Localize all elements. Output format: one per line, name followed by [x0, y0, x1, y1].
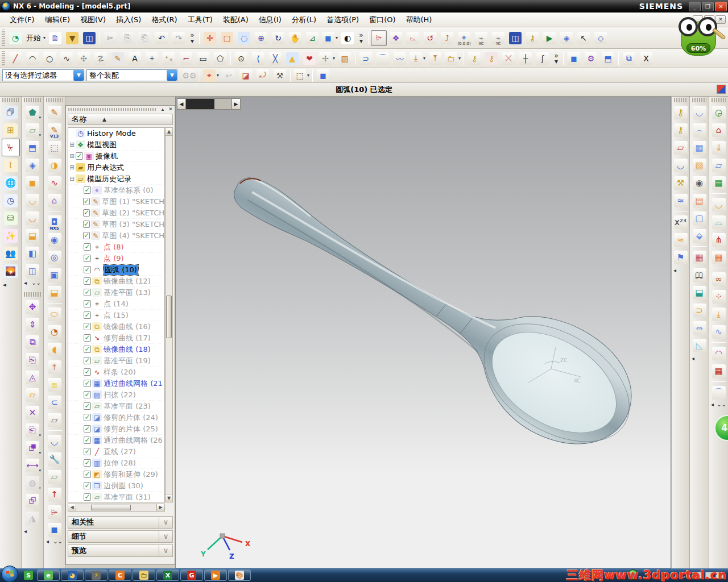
feature-label[interactable]: 基准平面 (23): [104, 401, 151, 411]
tree-row-14[interactable]: ✓▱基准平面 (13): [68, 287, 164, 298]
tree-row-26[interactable]: ✓◪修剪的片体 (25): [68, 423, 164, 435]
spoon-body[interactable]: [208, 137, 655, 471]
tree-row-32[interactable]: ✓▱基准平面 (31): [68, 492, 164, 502]
polygon-icon[interactable]: ⬠: [212, 51, 228, 66]
scope-dropdown-icon[interactable]: ▼: [167, 70, 177, 81]
join-curve-icon[interactable]: 〰: [392, 51, 408, 66]
feature-checkbox[interactable]: ✓: [84, 448, 91, 455]
rcolC-collapse-icon[interactable]: ◂: [711, 401, 714, 409]
cube-blue-icon[interactable]: ◼: [46, 521, 64, 538]
point-set-icon[interactable]: ✣: [76, 51, 92, 66]
unite-icon[interactable]: ◧: [23, 244, 42, 262]
line-icon[interactable]: ╱: [7, 51, 23, 66]
menu-item-10[interactable]: 窗口(O): [364, 13, 400, 27]
emboss-icon[interactable]: ⬭: [46, 305, 64, 323]
snake-surface-icon[interactable]: ∿: [710, 323, 728, 340]
edit-curve-params-icon[interactable]: ⚷: [466, 51, 482, 66]
feature-label[interactable]: 模型历史记录: [87, 174, 131, 184]
chamfer-line-icon[interactable]: ⌐: [178, 51, 194, 66]
expand-toggle-icon[interactable]: ⊞: [68, 142, 76, 148]
feature-label[interactable]: 模型视图: [87, 140, 117, 150]
ellipse-icon[interactable]: ⊙: [233, 51, 249, 66]
cursor-select-icon[interactable]: ↖: [576, 30, 592, 46]
sync-collapse-icon[interactable]: ◂: [24, 528, 27, 534]
feature-label[interactable]: 样条 (20): [104, 367, 136, 377]
pocket-cube-icon[interactable]: ▣: [46, 266, 64, 284]
sketch-v13-icon[interactable]: ✎V13: [46, 121, 64, 139]
left3-overflow-icon[interactable]: ⌄⌄: [53, 538, 63, 546]
through-curve-mesh-icon[interactable]: ◫: [23, 262, 42, 280]
nx5-cube-icon[interactable]: ◘NX5: [46, 213, 64, 231]
tree-row-27[interactable]: ✓▦通过曲线网格 (26: [68, 435, 164, 446]
feature-checkbox[interactable]: ✓: [84, 323, 91, 330]
system-materials-icon[interactable]: ⛁: [2, 209, 20, 227]
feature-checkbox[interactable]: ✓: [84, 425, 91, 433]
match-edge-icon[interactable]: ▱: [672, 139, 690, 156]
tree-row-1[interactable]: ⊞❖模型视图: [68, 139, 164, 151]
feature-label[interactable]: 摄像机: [96, 151, 118, 161]
bend-sheet-icon[interactable]: ⊂: [46, 393, 64, 411]
rcolB-collapse-icon[interactable]: ◂: [692, 355, 694, 361]
sketch-task-icon[interactable]: ⬟▾: [23, 103, 42, 121]
menu-item-0[interactable]: 文件(F): [5, 13, 40, 27]
pad-cube-icon[interactable]: ⬓: [46, 284, 64, 301]
drop-surface-icon[interactable]: ⇓: [710, 139, 728, 156]
law-curve-icon[interactable]: ❤: [301, 51, 317, 66]
hole-cube-icon[interactable]: ◉: [46, 231, 64, 248]
tree-row-2[interactable]: ⊞✓▣摄像机: [68, 151, 164, 162]
tree-row-25[interactable]: ✓◪修剪的片体 (24): [68, 412, 164, 423]
feature-label[interactable]: 直线 (27): [104, 447, 136, 457]
feature-checkbox[interactable]: ✓: [83, 209, 90, 217]
key-tool-icon[interactable]: ⚷: [524, 30, 540, 46]
ribbon-orange-icon[interactable]: ≈: [672, 231, 690, 248]
marquee-select-icon[interactable]: ⬚▾: [293, 68, 310, 84]
feature-checkbox[interactable]: ✓: [84, 266, 91, 273]
timer-surface-icon[interactable]: ◶: [710, 103, 728, 121]
taskbar-paint-button[interactable]: 🎨: [228, 569, 251, 581]
datum-plane-icon[interactable]: ▱▾: [23, 121, 42, 139]
feature-checkbox[interactable]: ✓: [84, 436, 91, 444]
through-curve-mesh2-icon[interactable]: ▦: [690, 139, 709, 156]
points-icon[interactable]: ⁺₊: [161, 51, 177, 66]
tree-row-29[interactable]: ✓▥拉伸 (28): [68, 458, 164, 469]
menu-item-11[interactable]: 帮助(H): [401, 13, 437, 27]
left3-collapse-icon[interactable]: ◂: [46, 538, 49, 546]
delete-face-icon[interactable]: ✕: [23, 404, 42, 421]
boss-cube-icon[interactable]: ◎: [46, 248, 64, 266]
menu-item-2[interactable]: 视图(V): [75, 13, 111, 27]
ribbon-flow-icon[interactable]: ≈: [672, 192, 690, 209]
orient-view-icon[interactable]: ⊿: [304, 30, 320, 46]
panel-expand-icon[interactable]: ∨: [159, 545, 172, 556]
cut-face-icon[interactable]: ⮻▾: [23, 439, 42, 456]
pull-face-icon[interactable]: ⇕: [23, 315, 42, 333]
feature-checkbox[interactable]: ✓: [84, 346, 91, 353]
feature-checkbox[interactable]: ✓: [84, 255, 91, 262]
overflow-curve[interactable]: »▾: [552, 51, 561, 66]
feature-label[interactable]: 点 (14): [104, 299, 129, 309]
tree-vertical-scrollbar[interactable]: ▲ ▼: [165, 127, 173, 502]
four-point-surface-icon[interactable]: ▱: [710, 156, 728, 174]
feature-label[interactable]: 镜像曲线 (12): [104, 276, 151, 286]
zoom-in-out-icon[interactable]: ⊕: [253, 30, 269, 46]
tree-row-16[interactable]: ✓＋点 (15): [68, 310, 164, 321]
undo-icon[interactable]: ↶: [154, 30, 169, 46]
feature-checkbox[interactable]: ✓: [83, 198, 90, 205]
rollback-icon[interactable]: ↩: [221, 68, 237, 84]
resize-blend-icon[interactable]: ◬: [23, 368, 42, 386]
history-icon[interactable]: ◷: [2, 192, 20, 209]
close-button[interactable]: ✕: [715, 2, 727, 11]
tree-row-3[interactable]: ⊞▰用户表达式: [68, 162, 164, 173]
unused-face-icon[interactable]: ◮: [23, 509, 42, 527]
green-mesh-icon[interactable]: ▦: [710, 174, 728, 192]
tree-row-11[interactable]: ✓＋点 (9): [68, 253, 164, 264]
sketch-curve-icon[interactable]: ▨: [337, 51, 353, 66]
taskbar-ie-button[interactable]: e: [37, 569, 60, 581]
point-icon[interactable]: ＋: [144, 51, 160, 66]
arc-icon[interactable]: ◠: [24, 51, 40, 66]
studio-surface-icon[interactable]: ◡: [690, 103, 709, 121]
midsurface-icon[interactable]: ⏛: [690, 319, 709, 336]
rotate-csys-icon[interactable]: ↺: [422, 30, 438, 46]
sweep-curve-icon[interactable]: ∿: [46, 174, 64, 192]
selection-scope-combo[interactable]: 整个装配 ▼: [86, 69, 177, 81]
plane-blank-icon[interactable]: ▱: [46, 468, 64, 485]
